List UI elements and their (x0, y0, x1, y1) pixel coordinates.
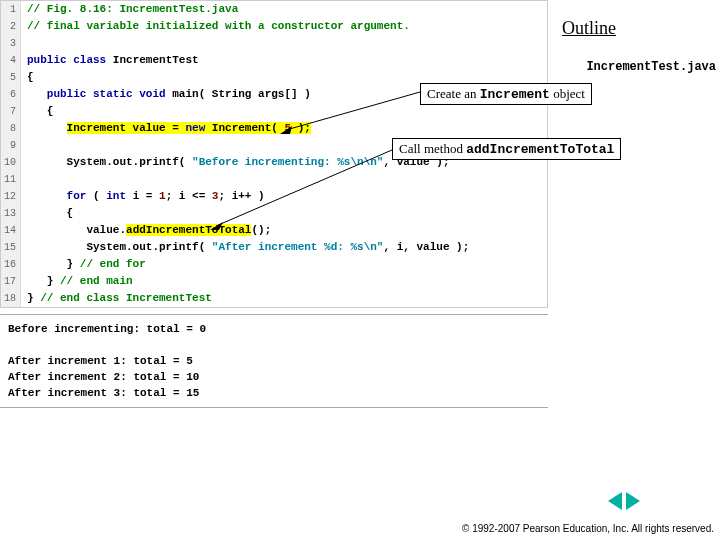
code-line: 1// Fig. 8.16: IncrementTest.java (1, 1, 547, 18)
code-content: Increment value = new Increment( 5 ); (21, 120, 311, 137)
line-number: 6 (1, 86, 21, 103)
line-number: 11 (1, 171, 21, 188)
code-line: 13 { (1, 205, 547, 222)
annot-mono: Increment (480, 87, 550, 102)
line-number: 3 (1, 35, 21, 52)
line-number: 18 (1, 290, 21, 307)
line-number: 16 (1, 256, 21, 273)
code-line: 16 } // end for (1, 256, 547, 273)
line-number: 10 (1, 154, 21, 171)
code-content: System.out.printf( "After increment %d: … (21, 239, 469, 256)
annot-mono: addIncrementToTotal (466, 142, 614, 157)
code-content: { (21, 69, 34, 86)
line-number: 12 (1, 188, 21, 205)
line-number: 13 (1, 205, 21, 222)
code-content: System.out.printf( "Before incrementing:… (21, 154, 449, 171)
annot-text: Call method (399, 141, 466, 156)
copyright: © 1992-2007 Pearson Education, Inc. All … (462, 523, 714, 534)
code-content: { (21, 205, 73, 222)
code-line: 15 System.out.printf( "After increment %… (1, 239, 547, 256)
code-line: 14 value.addIncrementToTotal(); (1, 222, 547, 239)
annotation-create-object: Create an Increment object (420, 83, 592, 105)
annot-text: object (550, 86, 585, 101)
code-content: public static void main( String args[] ) (21, 86, 311, 103)
code-line: 3 (1, 35, 547, 52)
line-number: 7 (1, 103, 21, 120)
annotation-call-method: Call method addIncrementToTotal (392, 138, 621, 160)
code-line: 2// final variable initialized with a co… (1, 18, 547, 35)
line-number: 9 (1, 137, 21, 154)
code-line: 17 } // end main (1, 273, 547, 290)
prev-button[interactable] (608, 492, 622, 510)
code-content: value.addIncrementToTotal(); (21, 222, 271, 239)
program-output: Before incrementing: total = 0 After inc… (0, 314, 548, 408)
line-number: 17 (1, 273, 21, 290)
line-number: 15 (1, 239, 21, 256)
line-number: 2 (1, 18, 21, 35)
code-line: 11 (1, 171, 547, 188)
line-number: 8 (1, 120, 21, 137)
outline-heading: Outline (562, 18, 616, 39)
code-content: } // end class IncrementTest (21, 290, 212, 307)
code-line: 7 { (1, 103, 547, 120)
code-content: // final variable initialized with a con… (21, 18, 410, 35)
code-content: } // end main (21, 273, 133, 290)
file-name: IncrementTest.java (586, 60, 716, 74)
line-number: 5 (1, 69, 21, 86)
code-content: } // end for (21, 256, 146, 273)
line-number: 4 (1, 52, 21, 69)
code-line: 18} // end class IncrementTest (1, 290, 547, 307)
line-number: 1 (1, 1, 21, 18)
code-content: { (21, 103, 53, 120)
next-button[interactable] (626, 492, 640, 510)
code-content: public class IncrementTest (21, 52, 199, 69)
code-line: 8 Increment value = new Increment( 5 ); (1, 120, 547, 137)
code-line: 4public class IncrementTest (1, 52, 547, 69)
annot-text: Create an (427, 86, 480, 101)
code-content: for ( int i = 1; i <= 3; i++ ) (21, 188, 265, 205)
code-content: // Fig. 8.16: IncrementTest.java (21, 1, 238, 18)
line-number: 14 (1, 222, 21, 239)
nav-buttons (608, 492, 640, 510)
code-line: 12 for ( int i = 1; i <= 3; i++ ) (1, 188, 547, 205)
